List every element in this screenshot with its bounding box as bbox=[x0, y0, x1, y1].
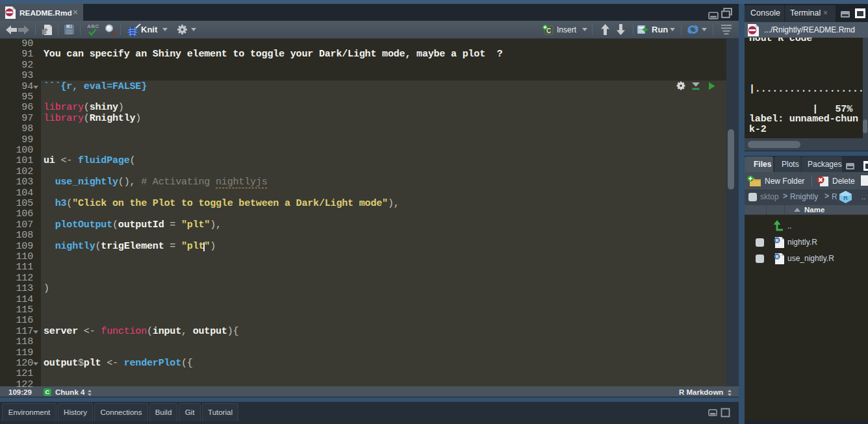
svg-text:R: R bbox=[776, 238, 779, 243]
svg-text:R: R bbox=[776, 255, 779, 259]
svg-text:R: R bbox=[843, 195, 848, 201]
